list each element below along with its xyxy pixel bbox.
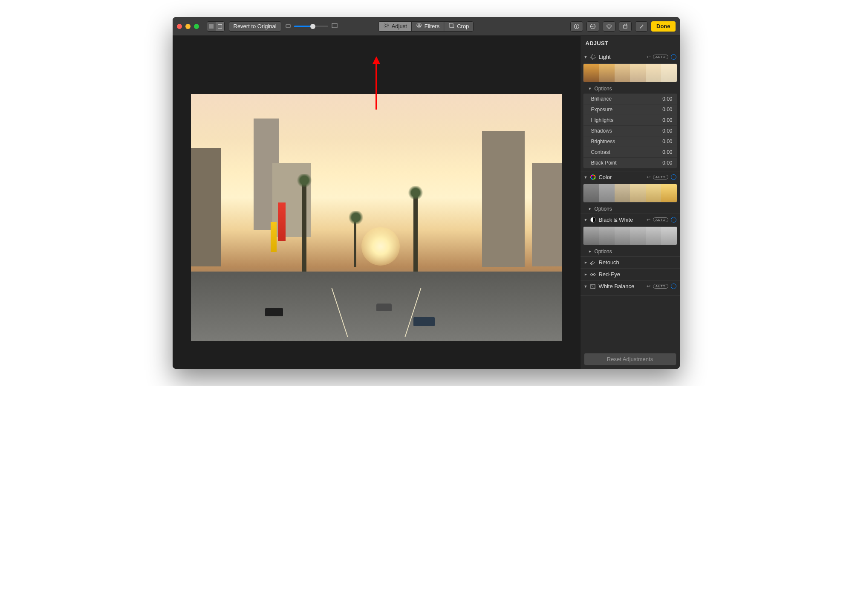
slider-brilliance[interactable]: Brilliance0.00: [583, 94, 677, 104]
tab-adjust[interactable]: Adjust: [378, 21, 411, 32]
undo-icon[interactable]: ↩: [647, 217, 650, 223]
bw-preset-strip[interactable]: [583, 226, 677, 245]
rotate-button[interactable]: [619, 21, 632, 32]
svg-marker-18: [373, 56, 380, 64]
slider-shadows[interactable]: Shadows0.00: [583, 125, 677, 136]
section-redeye-title: Red-Eye: [598, 271, 676, 278]
tab-filters[interactable]: Filters: [411, 21, 444, 32]
svg-point-5: [384, 23, 388, 28]
section-redeye-header[interactable]: ▼ Red-Eye: [581, 269, 680, 280]
auto-button[interactable]: AUTO: [653, 175, 668, 179]
disclosure-icon: ▼: [584, 55, 588, 59]
section-retouch-header[interactable]: ▼ Retouch: [581, 257, 680, 268]
options-label: Options: [594, 206, 612, 212]
section-wb: ▼ White Balance ↩ AUTO: [581, 281, 680, 296]
zoom-control: [286, 23, 338, 29]
svg-point-15: [594, 26, 595, 27]
undo-icon[interactable]: ↩: [647, 283, 650, 289]
window-controls: [177, 24, 199, 29]
tab-crop[interactable]: Crop: [444, 21, 474, 32]
section-light: ▼ Light ↩ AUTO ▼ Options: [581, 51, 680, 171]
section-wb-title: White Balance: [598, 283, 644, 289]
undo-icon[interactable]: ↩: [647, 174, 650, 180]
auto-button[interactable]: AUTO: [653, 217, 668, 222]
disclosure-icon: ▼: [583, 260, 588, 264]
enable-toggle[interactable]: [671, 283, 676, 289]
more-button[interactable]: [586, 21, 599, 32]
section-color-title: Color: [598, 174, 644, 180]
auto-enhance-button[interactable]: [635, 21, 648, 32]
auto-button[interactable]: AUTO: [653, 55, 668, 59]
auto-button[interactable]: AUTO: [653, 284, 668, 289]
light-options-toggle[interactable]: ▼ Options: [581, 84, 680, 93]
color-options-toggle[interactable]: ▼ Options: [581, 204, 680, 214]
color-preset-strip[interactable]: [583, 184, 677, 202]
crop-icon: [448, 23, 454, 30]
retouch-icon: [590, 260, 596, 266]
section-color-header[interactable]: ▼ Color ↩ AUTO: [581, 171, 680, 183]
sidebar-title: ADJUST: [581, 36, 680, 51]
right-toolbar: Done: [570, 21, 676, 32]
enable-toggle[interactable]: [671, 174, 676, 180]
disclosure-icon: ▼: [588, 207, 592, 211]
svg-line-25: [595, 58, 595, 59]
section-bw-title: Black & White: [598, 217, 644, 223]
slider-exposure[interactable]: Exposure0.00: [583, 104, 677, 115]
options-label: Options: [594, 86, 612, 92]
tab-filters-label: Filters: [425, 23, 439, 29]
enable-toggle[interactable]: [671, 54, 676, 60]
slider-highlights[interactable]: Highlights0.00: [583, 115, 677, 125]
tab-crop-label: Crop: [457, 23, 469, 29]
section-bw-actions: ↩ AUTO: [647, 217, 676, 223]
slider-contrast[interactable]: Contrast0.00: [583, 147, 677, 157]
thumbnail-view-grid[interactable]: [207, 22, 216, 31]
light-icon: [590, 54, 596, 60]
color-icon: [590, 174, 596, 180]
section-wb-actions: ↩ AUTO: [647, 283, 676, 289]
redeye-icon: [590, 272, 596, 278]
favorite-button[interactable]: [603, 21, 615, 32]
svg-rect-16: [624, 25, 627, 28]
zoom-slider[interactable]: [294, 26, 328, 27]
svg-rect-11: [576, 26, 577, 28]
svg-rect-0: [209, 24, 214, 29]
disclosure-icon: ▼: [584, 284, 588, 289]
thumbnail-view-single[interactable]: [216, 22, 224, 31]
light-preset-strip[interactable]: [583, 64, 677, 82]
revert-to-original-button[interactable]: Revert to Original: [229, 21, 281, 32]
svg-rect-2: [286, 25, 290, 27]
enable-toggle[interactable]: [671, 217, 676, 223]
maximize-window-button[interactable]: [194, 24, 199, 29]
edit-mode-tabs: Adjust Filters Crop: [378, 21, 474, 32]
image-canvas[interactable]: [173, 36, 580, 369]
section-wb-header[interactable]: ▼ White Balance ↩ AUTO: [581, 281, 680, 292]
svg-point-19: [592, 56, 594, 58]
svg-point-10: [576, 25, 577, 26]
bw-options-toggle[interactable]: ▼ Options: [581, 247, 680, 256]
minimize-window-button[interactable]: [185, 24, 191, 29]
wb-icon: [590, 283, 596, 289]
section-color: ▼ Color ↩ AUTO ▼ Options: [581, 171, 680, 214]
section-color-actions: ↩ AUTO: [647, 174, 676, 180]
section-bw: ▼ Black & White ↩ AUTO ▼ Options: [581, 214, 680, 257]
photos-edit-window: Revert to Original Adjust Filters Crop: [173, 17, 680, 369]
tab-adjust-label: Adjust: [392, 23, 407, 29]
done-button[interactable]: Done: [651, 21, 676, 32]
svg-rect-1: [218, 24, 222, 29]
svg-point-14: [592, 26, 593, 27]
disclosure-icon: ▼: [584, 218, 588, 222]
section-light-header[interactable]: ▼ Light ↩ AUTO: [581, 51, 680, 63]
slider-brightness[interactable]: Brightness0.00: [583, 136, 677, 147]
thumbnail-view-toggle[interactable]: [207, 21, 225, 32]
reset-adjustments-button[interactable]: Reset Adjustments: [584, 353, 676, 365]
section-bw-header[interactable]: ▼ Black & White ↩ AUTO: [581, 214, 680, 226]
titlebar: Revert to Original Adjust Filters Crop: [173, 17, 680, 36]
adjust-icon: [383, 23, 389, 30]
section-retouch-title: Retouch: [598, 259, 676, 266]
bw-icon: [590, 217, 596, 223]
info-button[interactable]: [570, 21, 583, 32]
undo-icon[interactable]: ↩: [647, 54, 650, 60]
close-window-button[interactable]: [177, 24, 182, 29]
svg-point-30: [592, 274, 594, 275]
slider-black-point[interactable]: Black Point0.00: [583, 157, 677, 168]
